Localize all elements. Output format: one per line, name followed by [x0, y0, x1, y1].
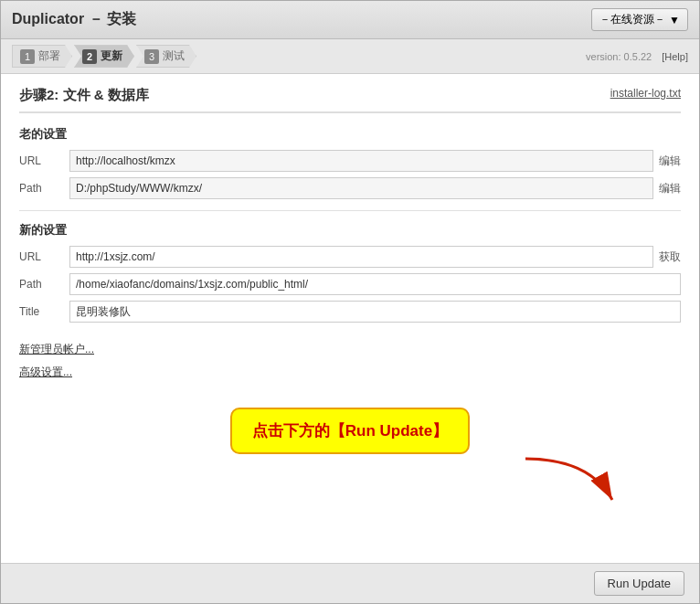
new-title-input[interactable] — [69, 301, 681, 323]
old-url-label: URL — [19, 154, 69, 167]
old-url-input[interactable] — [69, 150, 653, 172]
run-update-button[interactable]: Run Update — [594, 571, 684, 596]
version-text: version: 0.5.22 — [586, 51, 652, 62]
new-url-group: URL 获取 — [19, 246, 681, 268]
section-divider-1 — [19, 210, 681, 211]
new-url-label: URL — [19, 250, 69, 263]
page-title: 步骤2: 文件 & 数据库 — [19, 87, 149, 104]
new-url-input[interactable] — [69, 246, 653, 268]
main-window: Duplicator － 安装 －在线资源－ ▼ 1 部署 2 更新 3 测试 … — [0, 0, 700, 604]
step-3-label: 测试 — [163, 48, 185, 64]
new-path-group: Path — [19, 273, 681, 295]
step-3-num: 3 — [144, 49, 159, 64]
step-2[interactable]: 2 更新 — [74, 45, 134, 68]
old-url-group: URL 编辑 — [19, 150, 681, 172]
step-2-num: 2 — [82, 49, 97, 64]
old-path-group: Path 编辑 — [19, 177, 681, 199]
new-admin-link[interactable]: 新管理员帐户... — [19, 342, 681, 357]
online-resources-label: －在线资源－ — [599, 12, 665, 27]
step-1[interactable]: 1 部署 — [12, 45, 72, 68]
old-path-input[interactable] — [69, 177, 653, 199]
online-resources-button[interactable]: －在线资源－ ▼ — [591, 8, 688, 31]
main-content: 步骤2: 文件 & 数据库 installer-log.txt 老的设置 URL… — [1, 74, 699, 563]
title-bar: Duplicator － 安装 －在线资源－ ▼ — [1, 1, 699, 39]
window-title: Duplicator － 安装 — [12, 10, 136, 29]
step-3[interactable]: 3 测试 — [136, 45, 196, 68]
old-settings-title: 老的设置 — [19, 126, 681, 143]
new-url-fetch-button[interactable]: 获取 — [659, 249, 681, 265]
old-url-edit-button[interactable]: 编辑 — [659, 154, 681, 169]
new-title-label: Title — [19, 305, 69, 318]
new-path-input[interactable] — [69, 273, 681, 295]
steps-bar: 1 部署 2 更新 3 测试 version: 0.5.22 [Help] — [1, 39, 699, 74]
dropdown-icon: ▼ — [669, 14, 680, 26]
page-header: 步骤2: 文件 & 数据库 installer-log.txt — [19, 87, 681, 113]
arrow-area — [19, 454, 681, 518]
old-path-label: Path — [19, 182, 69, 195]
callout-area: 点击下方的【Run Update】 — [19, 408, 681, 454]
new-settings-title: 新的设置 — [19, 222, 681, 238]
new-title-group: Title — [19, 301, 681, 323]
advanced-link[interactable]: 高级设置... — [19, 365, 681, 380]
step-1-label: 部署 — [38, 48, 60, 64]
steps-right: version: 0.5.22 [Help] — [586, 51, 688, 62]
help-link[interactable]: [Help] — [662, 51, 688, 62]
footer: Run Update — [1, 563, 699, 603]
step-1-num: 1 — [20, 49, 35, 64]
new-path-label: Path — [19, 278, 69, 291]
steps-list: 1 部署 2 更新 3 测试 — [12, 45, 198, 68]
old-path-edit-button[interactable]: 编辑 — [659, 181, 681, 196]
log-link[interactable]: installer-log.txt — [610, 87, 681, 100]
step-2-label: 更新 — [101, 48, 122, 64]
arrow-icon — [516, 454, 626, 514]
callout-bubble: 点击下方的【Run Update】 — [230, 408, 470, 454]
